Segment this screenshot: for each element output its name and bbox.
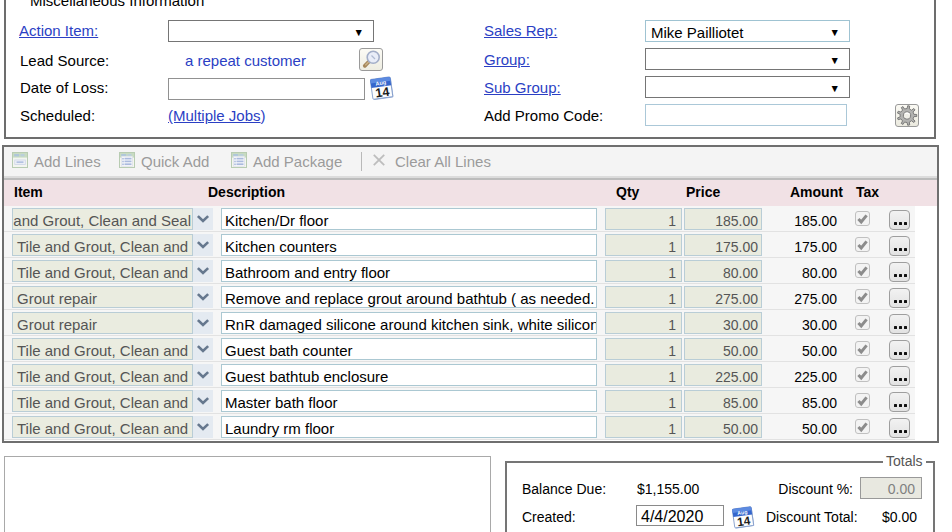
svg-text:14: 14 xyxy=(375,85,391,101)
svg-text:14: 14 xyxy=(736,513,751,529)
